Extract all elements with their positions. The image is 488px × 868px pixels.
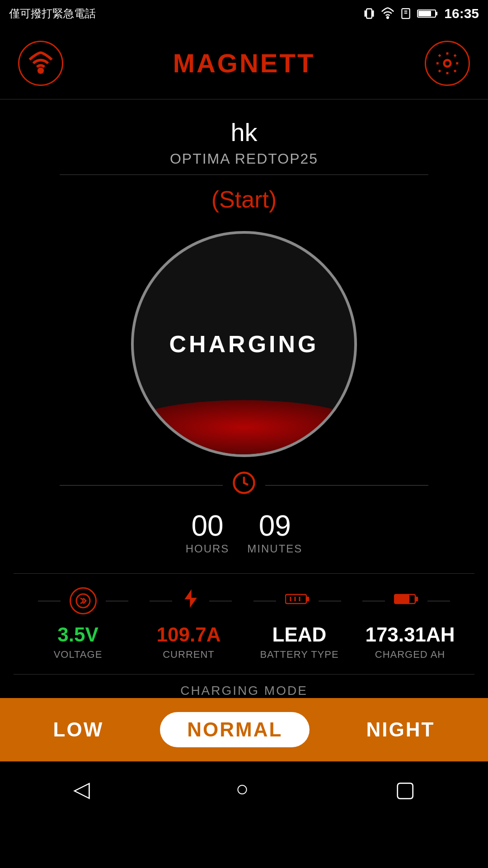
app-title: MAGNETT: [173, 48, 315, 78]
divider-c-left: [150, 601, 172, 601]
sim-icon: [400, 8, 412, 19]
battery-type-stat: LEAD BATTERY TYPE: [250, 623, 349, 660]
svg-rect-8: [436, 12, 437, 15]
main-content: hk OPTIMA REDTOP25 (Start) CHARGING 00 H…: [0, 99, 488, 698]
svg-point-10: [39, 69, 42, 72]
charging-circle-container[interactable]: CHARGING: [131, 231, 357, 457]
status-bar-icons: 16:35: [363, 6, 479, 21]
minutes-item: 09 MINUTES: [247, 509, 302, 555]
current-stat: 109.7A CURRENT: [139, 623, 239, 660]
home-button[interactable]: ○: [236, 776, 249, 801]
voltage-icon: [70, 587, 97, 614]
voltage-label: VOLTAGE: [54, 649, 103, 660]
normal-mode-button[interactable]: NORMAL: [160, 712, 310, 747]
svg-rect-15: [306, 597, 309, 601]
divider-ah-left: [362, 601, 385, 601]
battery-type-value: LEAD: [272, 623, 327, 646]
minutes-value: 09: [259, 509, 291, 542]
charged-ah-label: CHARGED AH: [375, 649, 445, 660]
charged-ah-icon-wrapper: [362, 591, 450, 611]
svg-marker-13: [185, 589, 197, 608]
night-mode-button[interactable]: NIGHT: [353, 714, 449, 745]
divider-ah-right: [427, 601, 450, 601]
stats-values-row: 3.5V VOLTAGE 109.7A CURRENT LEAD BATTERY…: [23, 623, 465, 660]
hours-label: HOURS: [186, 542, 230, 555]
divider-c-right: [209, 601, 232, 601]
wifi-header-icon: [28, 51, 53, 76]
svg-point-11: [444, 60, 451, 66]
charging-mode-label: CHARGING MODE: [180, 684, 308, 698]
divider-right: [265, 485, 428, 486]
status-bar: 僅可撥打緊急電話 16:35: [0, 0, 488, 27]
divider-v-left: [38, 601, 61, 601]
recent-button[interactable]: ▢: [395, 776, 415, 802]
charging-mode-section: CHARGING MODE: [14, 674, 474, 698]
wifi-icon: [381, 7, 394, 20]
svg-rect-1: [372, 10, 374, 17]
nav-bar: ◁ ○ ▢: [0, 761, 488, 816]
divider-v-right: [106, 601, 128, 601]
clock-icon: [232, 471, 256, 500]
mode-buttons-bar: LOW NORMAL NIGHT: [0, 698, 488, 761]
battery-type-icon: [285, 591, 310, 611]
start-label: (Start): [211, 186, 277, 213]
battery-type-icon-wrapper: [253, 591, 341, 611]
voltage-value: 3.5V: [57, 623, 99, 646]
status-time: 16:35: [444, 6, 479, 21]
current-icon-wrapper: [150, 588, 232, 614]
charging-status-text: CHARGING: [169, 330, 319, 358]
stats-icons-row: [23, 587, 465, 614]
divider-left: [60, 485, 223, 486]
charged-ah-icon: [394, 591, 418, 611]
timer-values: 00 HOURS 09 MINUTES: [60, 509, 428, 555]
current-label: CURRENT: [163, 649, 215, 660]
charged-ah-stat: 173.31AH CHARGED AH: [361, 623, 460, 660]
hours-item: 00 HOURS: [186, 509, 230, 555]
minutes-label: MINUTES: [247, 542, 302, 555]
settings-icon: [434, 50, 460, 76]
battery-icon: [417, 8, 439, 19]
divider-bt-right: [319, 601, 341, 601]
voltage-stat: 3.5V VOLTAGE: [28, 623, 128, 660]
hours-value: 00: [191, 509, 223, 542]
voltage-icon-wrapper: [38, 587, 128, 614]
svg-rect-0: [365, 10, 366, 17]
svg-rect-20: [415, 597, 418, 601]
battery-model: OPTIMA REDTOP25: [60, 151, 428, 175]
timer-divider: [60, 471, 428, 500]
settings-button[interactable]: [425, 41, 470, 86]
svg-rect-2: [366, 9, 372, 19]
timer-section: 00 HOURS 09 MINUTES: [14, 471, 474, 555]
wifi-button[interactable]: [18, 41, 63, 86]
app-header: MAGNETT: [0, 27, 488, 99]
bolt-icon: [181, 588, 200, 614]
current-value: 109.7A: [157, 623, 221, 646]
svg-rect-9: [418, 11, 431, 16]
svg-rect-21: [395, 595, 409, 603]
low-mode-button[interactable]: LOW: [40, 714, 117, 745]
device-name: hk: [230, 118, 257, 147]
charging-circle[interactable]: CHARGING: [131, 231, 357, 457]
charged-ah-value: 173.31AH: [365, 623, 455, 646]
stats-section: 3.5V VOLTAGE 109.7A CURRENT LEAD BATTERY…: [14, 573, 474, 674]
status-bar-text: 僅可撥打緊急電話: [9, 6, 96, 21]
svg-point-3: [387, 17, 389, 19]
svg-rect-14: [286, 594, 306, 604]
back-button[interactable]: ◁: [73, 776, 90, 802]
battery-type-label: BATTERY TYPE: [260, 649, 338, 660]
vibrate-icon: [363, 7, 375, 20]
divider-bt-left: [253, 601, 276, 601]
